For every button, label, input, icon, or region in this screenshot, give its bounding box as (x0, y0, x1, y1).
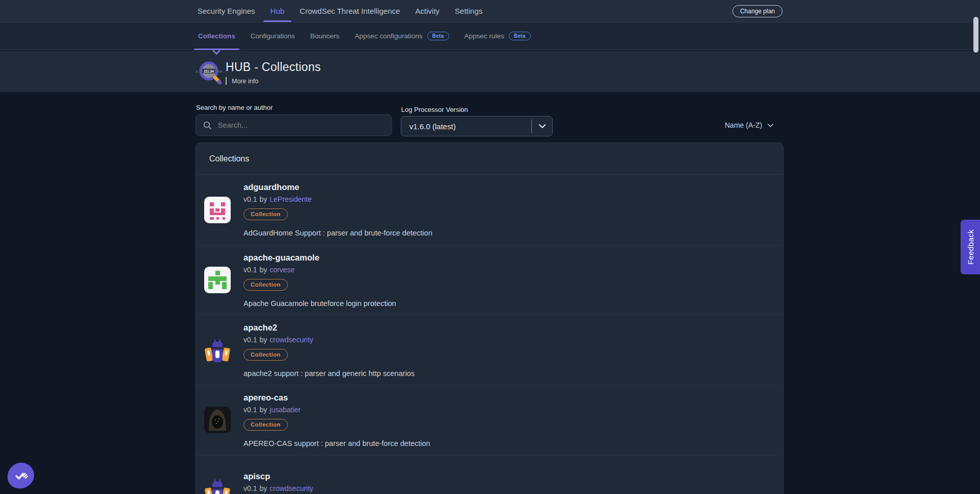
more-info-divider (226, 77, 227, 85)
list-item-adguardhome[interactable]: adguardhome v0.1 by LePresidente Collect… (196, 175, 783, 245)
item-description: Apache Guacamole bruteforce login protec… (243, 299, 396, 308)
list-item-apache2[interactable]: apache2 v0.1 by crowdsecurity Collection… (196, 315, 783, 385)
tab-collections[interactable]: Collections (198, 22, 235, 50)
collection-type-badge: Collection (243, 208, 288, 220)
search-icon (203, 121, 212, 130)
item-name: apache2 (243, 322, 277, 333)
nav-item-security-engines[interactable]: Security Engines (198, 0, 255, 22)
beta-badge: Beta (427, 32, 449, 40)
tab-appsec-configurations-label: Appsec configurations (355, 32, 423, 40)
item-version: v0.1 (243, 195, 257, 204)
page-title: HUB - Collections (226, 60, 321, 74)
assistant-button[interactable] (5, 460, 37, 491)
item-version: v0.1 (243, 265, 257, 274)
list-item-apereo-cas[interactable]: apereo-cas v0.1 by jusabatier Collection… (196, 385, 783, 455)
list-item-apiscp[interactable]: apiscp v0.1 by crowdsecurity Collection (196, 455, 783, 494)
by-label: by (259, 335, 267, 344)
nav-item-settings[interactable]: Settings (455, 0, 482, 22)
svg-text:211.34: 211.34 (204, 69, 214, 73)
svg-text:21: 21 (195, 70, 199, 73)
item-author-link[interactable]: crowdsecurity (270, 335, 313, 344)
nav-item-crowdsec-threat-intelligence[interactable]: CrowdSec Threat Intelligence (300, 0, 400, 22)
item-description: AdGuardHome Support : parser and brute-f… (243, 228, 432, 238)
tab-bouncers[interactable]: Bouncers (310, 22, 339, 50)
feedback-button[interactable]: Feedback (961, 220, 980, 274)
scrollbar-thumb[interactable] (973, 17, 978, 53)
item-name: apache-guacamole (243, 252, 320, 263)
panel-title: Collections (196, 143, 783, 175)
log-processor-version-value: v1.6.0 (latest) (409, 122, 456, 131)
more-info-link[interactable]: More info (226, 77, 258, 85)
item-version: v0.1 (243, 335, 257, 344)
tab-configurations[interactable]: Configurations (251, 22, 295, 50)
item-author-link[interactable]: crowdsecurity (270, 484, 313, 493)
collection-type-badge: Collection (243, 349, 288, 361)
beta-badge: Beta (509, 32, 531, 40)
hub-sub-nav: Collections Configurations Bouncers Apps… (0, 22, 980, 50)
item-name: apereo-cas (243, 392, 288, 403)
collection-type-badge: Collection (243, 419, 288, 431)
item-author-link[interactable]: corvese (270, 265, 295, 274)
item-description: APEREO-CAS support : parser and brute-fo… (243, 439, 430, 448)
top-nav-items: Security Engines Hub CrowdSec Threat Int… (198, 0, 482, 22)
item-author-link[interactable]: jusabatier (270, 405, 301, 414)
tab-appsec-rules[interactable]: Appsec rules Beta (464, 22, 531, 50)
svg-text:236: 236 (218, 70, 223, 73)
by-label: by (259, 405, 267, 414)
feedback-label: Feedback (966, 229, 975, 265)
top-nav: Security Engines Hub CrowdSec Threat Int… (0, 0, 980, 22)
tab-configurations-label: Configurations (251, 32, 295, 40)
log-processor-version-label: Log Processor Version (401, 106, 468, 113)
chevron-down-icon (767, 123, 774, 128)
item-version: v0.1 (243, 405, 257, 414)
change-plan-button[interactable]: Change plan (732, 5, 782, 17)
page-header: 21 236 211.34 HUB - Collections More inf… (0, 51, 980, 92)
checkmark-lines-icon (13, 467, 29, 484)
hooded-figure-icon (204, 407, 231, 433)
item-version: v0.1 (243, 484, 257, 493)
tab-collections-label: Collections (198, 32, 235, 40)
sort-value: Name (A-Z) (725, 121, 762, 129)
search-input[interactable] (218, 121, 385, 129)
sort-dropdown[interactable]: Name (A-Z) (725, 121, 774, 129)
search-label: Search by name or author (196, 104, 273, 111)
by-label: by (259, 484, 267, 493)
ip-magnifier-icon: 21 236 211.34 (195, 59, 223, 85)
chevron-down-icon (532, 124, 552, 129)
log-processor-version-select[interactable]: v1.6.0 (latest) (401, 116, 553, 136)
crowdsec-mascot-icon (204, 477, 231, 494)
item-name: apiscp (243, 471, 270, 481)
by-label: by (259, 195, 267, 204)
by-label: by (259, 265, 267, 274)
collection-type-badge: Collection (243, 279, 288, 291)
guacamole-logo-icon (204, 267, 231, 293)
item-author-link[interactable]: LePresidente (270, 195, 312, 204)
adguardhome-logo-icon (204, 197, 231, 223)
item-name: adguardhome (243, 182, 299, 192)
tab-appsec-rules-label: Appsec rules (464, 32, 504, 40)
nav-item-activity[interactable]: Activity (415, 0, 440, 22)
collections-panel: Collections adguardhome v0.1 by LePresid… (195, 143, 783, 494)
search-box (195, 114, 392, 136)
tab-bouncers-label: Bouncers (310, 32, 339, 40)
crowdsec-mascot-icon (204, 337, 231, 363)
tab-appsec-configurations[interactable]: Appsec configurations Beta (355, 22, 449, 50)
item-description: apache2 support : parser and generic htt… (243, 369, 414, 378)
more-info-label: More info (232, 78, 258, 85)
nav-item-hub[interactable]: Hub (271, 0, 285, 22)
list-item-apache-guacamole[interactable]: apache-guacamole v0.1 by corvese Collect… (196, 245, 783, 315)
